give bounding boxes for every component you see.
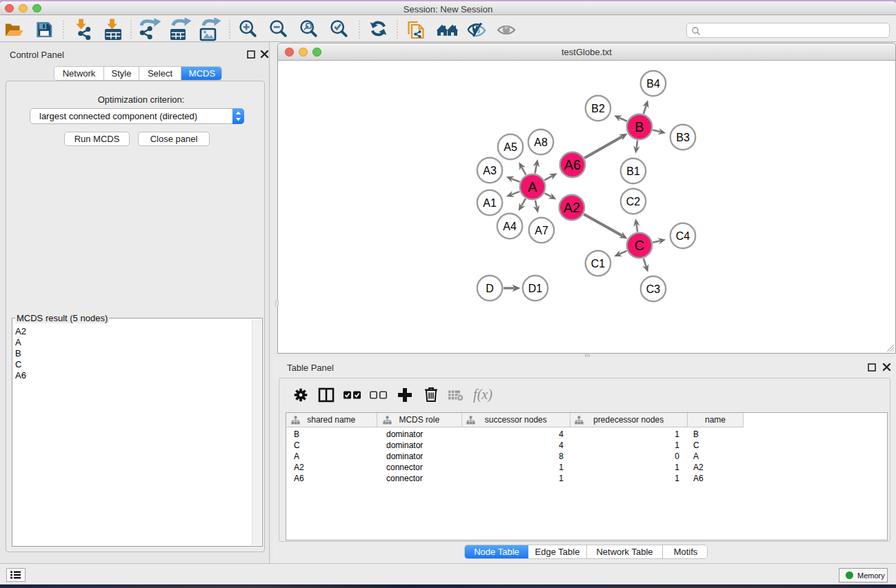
svg-text:C2: C2 [626, 196, 641, 207]
svg-text:A1: A1 [483, 197, 497, 209]
svg-text:C3: C3 [646, 283, 661, 295]
svg-text:C1: C1 [591, 258, 606, 270]
svg-text:A2: A2 [564, 200, 580, 215]
svg-text:A6: A6 [564, 157, 581, 172]
svg-text:A3: A3 [483, 165, 497, 176]
svg-text:A5: A5 [504, 141, 517, 153]
svg-text:B3: B3 [676, 132, 690, 143]
svg-text:B: B [635, 119, 644, 134]
svg-text:C4: C4 [676, 230, 690, 242]
svg-text:C: C [635, 238, 644, 253]
svg-text:A4: A4 [503, 221, 517, 232]
svg-text:B4: B4 [646, 78, 660, 90]
svg-text:D: D [486, 283, 494, 294]
svg-text:A8: A8 [534, 136, 548, 148]
svg-text:B2: B2 [591, 103, 605, 114]
svg-text:f(x): f(x) [473, 387, 492, 403]
svg-text:A7: A7 [535, 225, 548, 236]
svg-text:B1: B1 [626, 165, 640, 177]
svg-text:D1: D1 [528, 283, 543, 294]
svg-text:A: A [528, 179, 537, 194]
